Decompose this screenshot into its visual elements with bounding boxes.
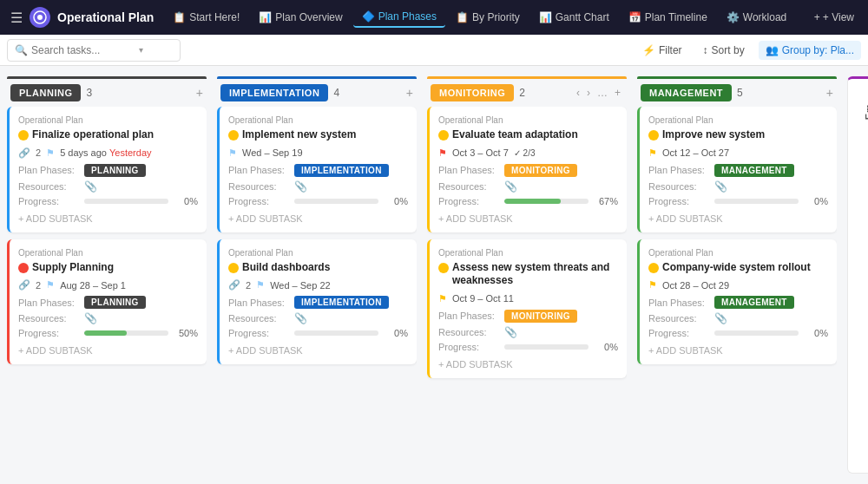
card-title: Supply Planning <box>32 261 114 275</box>
resources-label: Resources: <box>18 181 79 192</box>
add-subtask-button[interactable]: + ADD SUBTASK <box>18 343 198 357</box>
task-card[interactable]: Operational PlanBuild dashboards🔗2⚑Wed –… <box>217 239 417 365</box>
card-project: Operational Plan <box>18 115 198 125</box>
task-card[interactable]: Operational PlanCompany-wide system roll… <box>637 239 837 365</box>
progress-label: Progress: <box>438 196 499 206</box>
plan-phases-field: Plan Phases:IMPLEMENTATION <box>228 164 408 177</box>
col-action-add[interactable]: + <box>612 85 623 101</box>
status-indicator <box>438 130 449 141</box>
add-subtask-button[interactable]: + ADD SUBTASK <box>648 343 828 357</box>
status-indicator <box>648 130 659 141</box>
plan-phases-field: Plan Phases:MONITORING <box>438 164 618 177</box>
plan-phases-icon: 🔷 <box>362 10 375 23</box>
status-indicator <box>648 263 659 273</box>
task-card[interactable]: Operational PlanImplement new system⚑Wed… <box>217 107 417 232</box>
add-subtask-button[interactable]: + ADD SUBTASK <box>438 357 618 371</box>
filter-button[interactable]: ⚡ Filter <box>635 41 689 60</box>
add-subtask-button[interactable]: + ADD SUBTASK <box>18 212 198 226</box>
task-card[interactable]: Operational PlanSupply Planning🔗2⚑Aug 28… <box>7 239 207 365</box>
add-task-planning[interactable]: + <box>196 86 203 100</box>
nav-by-priority[interactable]: 📋 By Priority <box>447 8 529 27</box>
add-task-implementation[interactable]: + <box>406 86 413 100</box>
plan-phases-field: Plan Phases:IMPLEMENTATION <box>228 296 408 309</box>
task-card[interactable]: Operational PlanEvaluate team adaptation… <box>427 107 627 232</box>
sort-icon: ↕ <box>703 44 708 56</box>
progress-bar-bg <box>504 199 589 204</box>
nav-plan-timeline[interactable]: 📅 Plan Timeline <box>620 8 716 27</box>
add-subtask-button[interactable]: + ADD SUBTASK <box>648 212 828 226</box>
search-box[interactable]: 🔍 ▾ <box>7 39 181 62</box>
col-action-next[interactable]: › <box>584 85 593 101</box>
hamburger-menu[interactable]: ☰ <box>7 6 26 29</box>
task-card[interactable]: Operational PlanImprove new system⚑Oct 1… <box>637 107 837 232</box>
nav-gantt-chart[interactable]: 📊 Gantt Chart <box>530 8 618 27</box>
card-meta: ⚑Oct 28 – Oct 29 <box>648 279 828 291</box>
add-subtask-button[interactable]: + ADD SUBTASK <box>228 212 408 226</box>
plus-icon: + <box>814 11 820 23</box>
col-badge-monitoring: MONITORING <box>431 84 514 101</box>
flag-icon: ⚑ <box>438 147 447 159</box>
resources-label: Resources: <box>648 181 709 192</box>
card-project: Operational Plan <box>438 248 618 258</box>
gantt-chart-icon: 📊 <box>539 11 552 23</box>
card-meta: 🔗2⚑Aug 28 – Sep 1 <box>18 279 198 291</box>
add-view-button[interactable]: + + View <box>807 8 861 27</box>
resources-field: Resources:📎 <box>18 180 198 193</box>
col-action-more[interactable]: … <box>595 85 610 101</box>
col-count-management: 5 <box>737 87 743 99</box>
task-card[interactable]: Operational PlanAssess new system threat… <box>427 239 627 378</box>
card-meta: ⚑Wed – Sep 19 <box>228 147 408 159</box>
progress-bar-bg <box>714 330 799 336</box>
col-count-implementation: 4 <box>333 87 339 99</box>
add-task-management[interactable]: + <box>826 86 833 100</box>
sort-button[interactable]: ↕ Sort by <box>696 41 752 60</box>
nav-plan-phases[interactable]: 🔷 Plan Phases <box>353 7 445 28</box>
resources-attach-icon: 📎 <box>504 326 517 338</box>
nav-plan-overview[interactable]: 📊 Plan Overview <box>250 8 351 27</box>
progress-percent: 0% <box>804 328 828 338</box>
progress-percent: 67% <box>594 196 618 206</box>
date-range: Aug 28 – Sep 1 <box>60 280 126 291</box>
progress-row: Progress:0% <box>228 196 408 206</box>
progress-row: Progress:0% <box>648 196 828 206</box>
task-card[interactable]: Operational PlanFinalize operational pla… <box>7 107 207 232</box>
link-icon: 🔗 <box>228 279 240 291</box>
resources-attach-icon: 📎 <box>714 180 727 193</box>
progress-row: Progress:0% <box>648 328 828 338</box>
card-title: Implement new system <box>242 128 356 142</box>
search-input[interactable] <box>31 44 135 56</box>
nav-workload[interactable]: ⚙️ Workload <box>718 8 795 27</box>
plan-timeline-icon: 📅 <box>628 11 641 23</box>
partial-col-label: Em... <box>864 93 868 120</box>
top-navigation: ☰ Operational Plan 📋 Start Here! 📊 Plan … <box>0 0 868 35</box>
col-badge-planning: PLANNING <box>10 84 81 101</box>
progress-bar-bg <box>504 344 589 350</box>
partial-column: Em... <box>847 76 868 474</box>
resources-attach-icon: 📎 <box>714 312 727 324</box>
progress-label: Progress: <box>18 196 79 206</box>
group-by-button[interactable]: 👥 Group by: Pla... <box>759 41 861 60</box>
plan-phases-label: Plan Phases: <box>438 165 499 175</box>
card-project: Operational Plan <box>18 248 198 258</box>
plan-phases-label: Plan Phases: <box>438 311 499 321</box>
date-range: 5 days ago Yesterday <box>60 147 151 158</box>
col-action-prev[interactable]: ‹ <box>574 85 582 101</box>
col-count-monitoring: 2 <box>519 87 525 99</box>
check-badge: ✓ 2/3 <box>514 148 536 158</box>
add-subtask-button[interactable]: + ADD SUBTASK <box>438 212 618 226</box>
start-here-icon: 📋 <box>173 11 186 23</box>
card-title: Build dashboards <box>242 261 330 275</box>
progress-percent: 0% <box>384 328 408 338</box>
link-icon: 🔗 <box>18 279 30 291</box>
resources-field: Resources:📎 <box>648 180 828 193</box>
status-indicator <box>18 130 29 141</box>
add-subtask-button[interactable]: + ADD SUBTASK <box>228 343 408 357</box>
toolbar: 🔍 ▾ ⚡ Filter ↕ Sort by 👥 Group by: Pla..… <box>0 35 868 66</box>
plan-phases-label: Plan Phases: <box>228 298 289 308</box>
resources-field: Resources:📎 <box>228 180 408 193</box>
app-logo <box>30 7 50 28</box>
progress-percent: 0% <box>384 196 408 206</box>
resources-field: Resources:📎 <box>18 312 198 324</box>
status-indicator <box>18 263 29 273</box>
nav-start-here[interactable]: 📋 Start Here! <box>164 8 248 27</box>
